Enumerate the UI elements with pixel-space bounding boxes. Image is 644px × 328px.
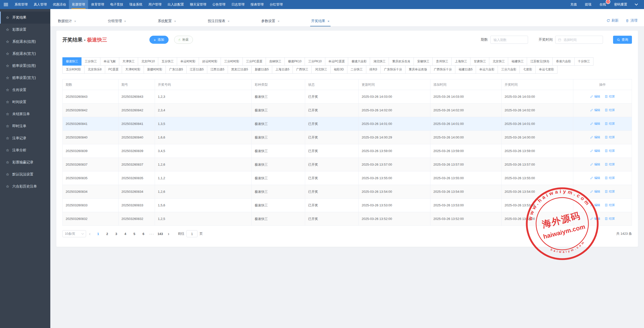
prev-page-button[interactable]: ‹ xyxy=(89,231,91,236)
edit-button[interactable]: 编辑 xyxy=(590,203,600,207)
sidebar-item[interactable]: ☆即时注单 xyxy=(0,120,50,132)
lottery-tab[interactable]: 三分PK10 xyxy=(305,57,325,66)
lottery-tab[interactable]: 福彩3D xyxy=(330,65,347,74)
lottery-tab[interactable]: 五分时时彩 xyxy=(62,65,85,74)
lottery-tab[interactable]: 十分快三 xyxy=(574,57,593,66)
lottery-tab[interactable]: 福建11选5 xyxy=(455,65,476,74)
lottery-tab[interactable]: 三分PC蛋蛋 xyxy=(243,57,266,66)
lottery-tab[interactable]: 广东快乐十分 xyxy=(380,65,406,74)
sidebar-item[interactable]: ☆开奖结果 xyxy=(0,12,50,24)
settle-button[interactable]: 结算 xyxy=(605,149,615,153)
nav-item[interactable]: 真人管理 xyxy=(31,0,50,9)
lottery-tab[interactable]: 二分快三 xyxy=(347,65,366,74)
online-link[interactable]: 在线 2 xyxy=(599,2,606,7)
lottery-tab[interactable]: 广东11选5 xyxy=(166,65,186,74)
lottery-tab[interactable]: 幸运PC蛋蛋 xyxy=(325,57,348,66)
sidebar-item[interactable]: ☆生肖设置 xyxy=(0,84,50,96)
refresh-button[interactable]: 刷新 xyxy=(607,18,619,23)
nav-item[interactable]: 聊天室管理 xyxy=(187,0,209,9)
nav-item[interactable]: 电子竞技 xyxy=(107,0,126,9)
settle-button[interactable]: 结算 xyxy=(605,217,615,221)
time-input-field[interactable] xyxy=(563,38,600,42)
lottery-tab[interactable]: 香港六合彩 xyxy=(552,57,575,66)
open-tab[interactable]: 数据统计× xyxy=(57,16,77,26)
lottery-tab[interactable]: 三分时时彩 xyxy=(221,57,243,66)
settle-button[interactable]: 结算 xyxy=(605,190,615,194)
open-tab[interactable]: 参数设置× xyxy=(260,16,280,26)
sidebar-item[interactable]: ☆赔率设置(官方) xyxy=(0,72,50,84)
lottery-tab[interactable]: 重庆欢乐生肖 xyxy=(389,57,414,66)
lottery-tab[interactable]: 排列3 xyxy=(366,65,381,74)
lottery-tab[interactable]: 幸运飞艇 xyxy=(100,57,119,66)
add-button[interactable]: + 添加 xyxy=(149,36,169,44)
lottery-tab[interactable]: 极速六合彩 xyxy=(348,57,370,66)
sidebar-item[interactable]: ☆系统退水(官方) xyxy=(0,48,50,60)
open-tab[interactable]: 投注日报表× xyxy=(207,16,231,26)
lottery-tab[interactable]: 新疆11选5 xyxy=(251,65,272,74)
lottery-tab[interactable]: 广西快三 xyxy=(293,65,312,74)
sidebar-item[interactable]: ☆未结算注单 xyxy=(0,108,50,120)
page-number[interactable]: 143 xyxy=(157,232,164,236)
settle-button[interactable]: 结算 xyxy=(605,108,615,112)
edit-button[interactable]: 编辑 xyxy=(590,162,600,167)
nav-item[interactable]: 报表管理 xyxy=(248,0,267,9)
lottery-tab[interactable]: 天津快三 xyxy=(119,57,138,66)
lottery-tab[interactable]: 五分快三 xyxy=(158,57,177,66)
lottery-tab[interactable]: 好运时时彩 xyxy=(199,57,221,66)
lottery-tab[interactable]: 江苏11选5 xyxy=(186,65,207,74)
edit-button[interactable]: 编辑 xyxy=(590,190,600,194)
edit-button[interactable]: 编辑 xyxy=(590,176,600,180)
lottery-tab[interactable]: 重庆幸运农场 xyxy=(405,65,430,74)
page-number[interactable]: 3 xyxy=(113,232,119,236)
edit-button[interactable]: 编辑 xyxy=(590,217,600,221)
time-input[interactable] xyxy=(555,36,603,44)
lottery-tab[interactable]: 吉林快三 xyxy=(266,57,285,66)
edit-button[interactable]: 编辑 xyxy=(590,149,600,153)
lottery-tab[interactable]: 幸运六合彩 xyxy=(476,65,498,74)
issue-input[interactable] xyxy=(490,36,528,44)
nav-item[interactable]: 优惠活动 xyxy=(50,0,69,9)
settle-button[interactable]: 结算 xyxy=(605,122,615,126)
reset-password-link[interactable]: 密码重置 xyxy=(614,2,627,7)
nav-item[interactable]: 用户管理 xyxy=(145,0,165,9)
lottery-tab[interactable]: 极速PK10 xyxy=(285,57,305,66)
lottery-tab[interactable]: 湖北快三 xyxy=(370,57,389,66)
chevron-down-icon[interactable] xyxy=(635,2,638,6)
page-ellipsis[interactable]: ··· xyxy=(149,232,154,236)
lottery-tab[interactable]: 幸运时时彩 xyxy=(177,57,199,66)
nav-item[interactable]: 系统管理 xyxy=(12,0,31,9)
lottery-tab[interactable]: PC蛋蛋 xyxy=(105,65,122,74)
lottery-tab[interactable]: 七星彩 xyxy=(519,65,536,74)
lottery-tab[interactable]: 三分六合彩 xyxy=(498,65,520,74)
sidebar-item[interactable]: ☆六合彩历史注单 xyxy=(0,180,50,193)
close-icon[interactable]: × xyxy=(74,19,76,23)
lottery-tab[interactable]: 北京快三 xyxy=(489,57,508,66)
nav-item[interactable]: 日志管理 xyxy=(228,0,248,9)
lottery-tab[interactable]: 甘肃快三 xyxy=(470,57,489,66)
edit-button[interactable]: 编辑 xyxy=(590,95,600,99)
lottery-tab[interactable]: 上海11选5 xyxy=(272,65,293,74)
settle-button[interactable]: 结算 xyxy=(605,203,615,207)
lottery-tab[interactable]: 上海快三 xyxy=(451,57,470,66)
lottery-tab[interactable]: 江苏骰宝(快3) xyxy=(527,57,553,66)
lottery-tab[interactable]: 黑龙江11选5 xyxy=(228,65,252,74)
nav-item[interactable]: 彩票管理 xyxy=(69,0,88,9)
open-tab[interactable]: 开奖结果× xyxy=(310,16,331,26)
lottery-tab[interactable]: 幸运七星彩 xyxy=(535,65,557,74)
nav-item[interactable]: 出入款配置 xyxy=(165,0,187,9)
lottery-tab[interactable]: 江西11选5 xyxy=(207,65,228,74)
open-tab[interactable]: 系统配置× xyxy=(157,16,177,26)
page-number[interactable]: 6 xyxy=(140,232,147,236)
next-page-button[interactable]: › xyxy=(168,231,169,236)
search-button[interactable]: 查询 xyxy=(613,36,632,44)
lottery-tab[interactable]: 北京快乐8 xyxy=(84,65,105,74)
edit-button[interactable]: 编辑 xyxy=(590,122,600,126)
page-number[interactable]: 2 xyxy=(104,232,110,236)
close-icon[interactable]: × xyxy=(124,19,126,23)
settle-button[interactable]: 结算 xyxy=(605,95,615,99)
goto-page-input[interactable] xyxy=(186,230,197,237)
lottery-tab[interactable]: 河北快三 xyxy=(311,65,331,74)
page-size-select[interactable]: 10条/页 xyxy=(62,230,86,237)
nav-item[interactable]: 现金系统 xyxy=(126,0,145,9)
lottery-tab[interactable]: 三分快三 xyxy=(81,57,100,66)
